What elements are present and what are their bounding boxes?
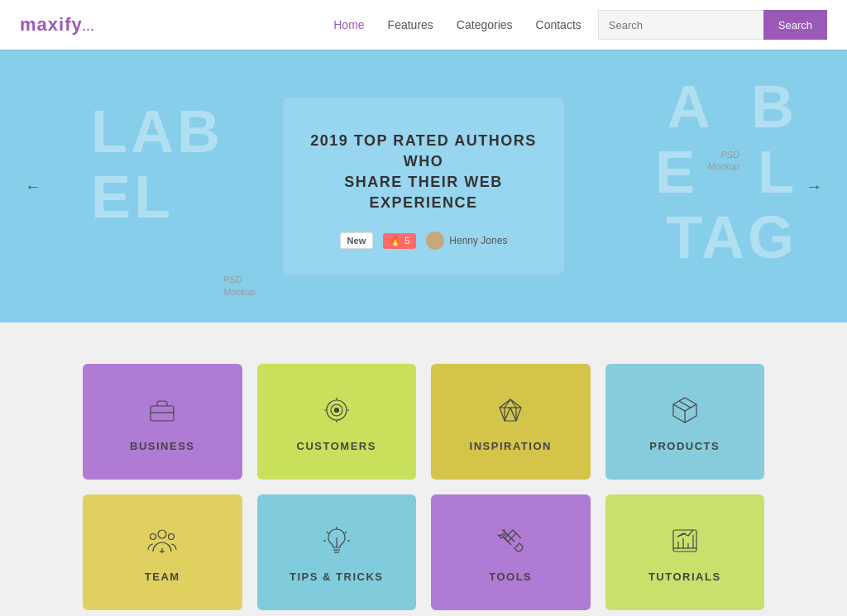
category-tutorials[interactable]: TUTORIALS (605, 494, 765, 610)
lightbulb-icon (318, 523, 355, 559)
author-name: Henny Jones (449, 235, 507, 246)
nav-features[interactable]: Features (388, 18, 433, 31)
category-team-label: TEAM (145, 571, 180, 583)
category-inspiration[interactable]: INSPIRATION (431, 364, 591, 480)
svg-point-15 (158, 530, 166, 538)
category-team[interactable]: TEAM (83, 494, 242, 610)
svg-marker-5 (500, 399, 521, 421)
category-customers[interactable]: CUSTOMERS (257, 364, 417, 480)
category-tools[interactable]: TOOLS (431, 494, 591, 610)
svg-line-24 (327, 532, 328, 533)
category-customers-label: CUSTOMERS (297, 440, 376, 452)
hero-arrow-right[interactable]: → (797, 169, 830, 204)
badge-new: New (340, 232, 374, 249)
category-business[interactable]: BUSINESS (83, 364, 242, 480)
logo-text: maxify (20, 14, 83, 35)
category-business-label: BUSINESS (130, 440, 194, 452)
fire-icon: 🔥 (390, 236, 401, 246)
svg-line-30 (516, 533, 521, 538)
diamond-icon (492, 392, 529, 428)
tools-icon (492, 523, 529, 559)
hero-bg-right: A BE LTAG (655, 74, 797, 271)
hero-title: 2019 TOP RATED AUTHORS WHO SHARE THEIR W… (308, 131, 539, 214)
search-input[interactable] (598, 10, 763, 40)
search-button[interactable]: Search (763, 10, 827, 40)
psd-mockup-right: PSDMockup (707, 149, 739, 173)
categories-grid: BUSINESS CUSTOMERS (83, 364, 764, 610)
svg-line-28 (506, 533, 514, 542)
logo[interactable]: maxify... (20, 14, 94, 36)
hero-arrow-left[interactable]: ← (17, 169, 50, 204)
hero-section: LABEL A BE LTAG PSDMockup PSDMockup ← 20… (0, 50, 847, 322)
category-inspiration-label: INSPIRATION (470, 440, 552, 452)
hero-card: 2019 TOP RATED AUTHORS WHO SHARE THEIR W… (283, 98, 564, 275)
category-tips-tricks-label: TIPS & TRICKS (290, 571, 383, 583)
category-products[interactable]: PRODUCTS (605, 364, 765, 480)
author-avatar (426, 232, 444, 250)
team-icon (144, 523, 180, 559)
svg-point-4 (334, 408, 338, 412)
logo-dot: ... (83, 20, 95, 33)
svg-line-23 (345, 532, 347, 533)
nav-home[interactable]: Home (333, 18, 364, 31)
search-bar: Search (598, 10, 827, 40)
briefcase-icon (144, 392, 180, 428)
chart-icon (667, 523, 703, 559)
svg-point-16 (151, 533, 156, 539)
categories-section: BUSINESS CUSTOMERS (0, 322, 847, 616)
badge-likes: 🔥 5 (383, 233, 416, 249)
category-products-label: PRODUCTS (649, 440, 720, 452)
hero-author: Henny Jones (426, 232, 507, 250)
category-tools-label: TOOLS (489, 571, 532, 583)
psd-mockup-left: PSDMockup (223, 274, 256, 298)
nav-categories[interactable]: Categories (457, 18, 513, 31)
nav-contacts[interactable]: Contacts (536, 18, 581, 31)
svg-line-11 (510, 408, 516, 421)
svg-line-14 (679, 401, 691, 408)
header: maxify... Home Features Categories Conta… (0, 0, 847, 50)
category-tutorials-label: TUTORIALS (648, 571, 721, 583)
cube-icon (667, 392, 703, 428)
svg-rect-0 (151, 406, 174, 421)
main-nav: Home Features Categories Contacts (333, 18, 581, 31)
svg-point-17 (169, 533, 175, 539)
hero-bg-left: LABEL (91, 99, 223, 230)
target-icon (318, 392, 355, 428)
svg-line-10 (505, 408, 510, 421)
category-tips-tricks[interactable]: TIPS & TRICKS (257, 494, 417, 610)
hero-meta: New 🔥 5 Henny Jones (308, 232, 539, 250)
